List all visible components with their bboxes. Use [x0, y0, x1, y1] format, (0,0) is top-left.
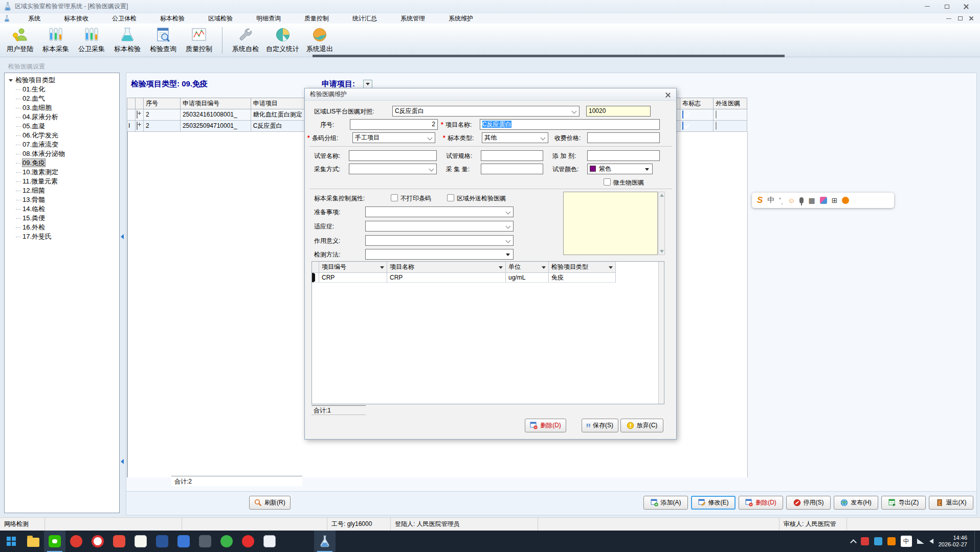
test-query-button[interactable]: 检验查询 [145, 25, 181, 56]
dialog-cancel-button[interactable]: 放弃(C) [620, 419, 663, 432]
taskbar-app-folder[interactable] [23, 531, 44, 552]
exit-button[interactable]: 退出(X) [929, 496, 973, 510]
scroll-down-icon[interactable] [660, 250, 664, 253]
user-login-button[interactable]: 用户登陆 [2, 25, 38, 56]
public-collect-button[interactable]: 公卫采集 [74, 25, 109, 56]
tree-item-03[interactable]: 03.血细胞 [5, 103, 119, 112]
edit-button[interactable]: 修改(E) [691, 496, 736, 510]
remark-textarea[interactable] [563, 192, 658, 255]
menu-detail-query[interactable]: 明细查询 [251, 14, 286, 23]
grid-col-type[interactable]: 检验项目类型 [549, 262, 616, 273]
col-code[interactable]: 申请项目编号 [181, 98, 251, 109]
sample-type-combo[interactable]: 其他 [482, 132, 548, 143]
tree-collapse-icon[interactable] [9, 79, 13, 82]
publish-checkbox[interactable] [682, 110, 683, 119]
taskbar-app-red[interactable] [65, 531, 87, 552]
skin-icon[interactable] [820, 197, 827, 204]
collect-mode-combo[interactable] [349, 164, 437, 174]
start-button[interactable] [0, 531, 23, 552]
maximize-icon[interactable] [937, 1, 956, 12]
mdi-minimize-icon[interactable] [943, 14, 954, 22]
meaning-combo[interactable] [365, 235, 514, 246]
dialog-delete-button[interactable]: 删除(D) [525, 419, 566, 432]
tree-item-13[interactable]: 13.骨髓 [5, 195, 119, 204]
grid-row[interactable]: CRP CRP ug/mL 免疫 [312, 273, 664, 283]
taskbar-app-media[interactable] [87, 531, 108, 552]
lis-code-field[interactable]: 10020 [586, 106, 651, 117]
tree-item-02[interactable]: 02.血气 [5, 94, 119, 103]
emoji-icon[interactable]: ☺ [788, 196, 795, 204]
outsource-checkbox[interactable] [716, 122, 717, 130]
prepare-combo[interactable] [365, 206, 514, 217]
grid-col-unit[interactable]: 单位 [506, 262, 549, 273]
volume-icon[interactable] [929, 539, 933, 544]
tray-icon-blue[interactable] [874, 537, 882, 545]
menu-system-manage[interactable]: 系统管理 [395, 14, 430, 23]
tree-item-05[interactable]: 05.血凝 [5, 122, 119, 131]
taskbar-app-green[interactable] [216, 531, 237, 552]
collect-qty-field[interactable] [481, 164, 543, 174]
microbe-checkbox[interactable] [604, 178, 611, 186]
taskbar-app-notes[interactable] [130, 531, 151, 552]
sample-test-button[interactable]: 标本检验 [109, 25, 145, 56]
tree-item-15[interactable]: 15.粪便 [5, 214, 119, 223]
apply-item-dropdown[interactable] [363, 80, 372, 88]
dialog-save-button[interactable]: 保存(S) [582, 419, 618, 432]
tree-item-04[interactable]: 04.尿液分析 [5, 112, 119, 122]
tube-color-combo[interactable]: 紫色 [587, 164, 653, 174]
tree-item-06[interactable]: 06.化学发光 [5, 131, 119, 140]
splitter-arrow-icon[interactable] [121, 234, 124, 239]
grid-col-name[interactable]: 项目名称 [387, 262, 506, 273]
input-language-badge[interactable]: 中 [901, 536, 912, 547]
no-print-checkbox[interactable] [391, 194, 398, 201]
seq-field[interactable]: 2 [350, 119, 438, 130]
export-button[interactable]: 导出(Z) [881, 496, 926, 510]
expand-icon[interactable] [137, 122, 138, 130]
dialog-title-bar[interactable]: 检验医嘱维护 [305, 88, 676, 101]
tree-item-07[interactable]: 07.血液流变 [5, 140, 119, 149]
indication-combo[interactable] [365, 221, 514, 232]
taskbar-app-mail[interactable] [108, 531, 130, 552]
item-name-field[interactable]: C反应蛋白 [480, 119, 660, 130]
menu-sample-receive[interactable]: 标本接收 [59, 14, 94, 23]
taskbar-app-word[interactable] [151, 531, 173, 552]
tray-icon-red[interactable] [861, 537, 869, 545]
grid-menu-icon[interactable]: ⊞ [832, 196, 838, 204]
network-icon[interactable] [917, 539, 924, 544]
system-exit-button[interactable]: 系统退出 [302, 25, 338, 56]
keyboard-icon[interactable]: ▦ [808, 196, 815, 204]
tree-item-08[interactable]: 08.体液分泌物 [5, 149, 119, 158]
quality-control-button[interactable]: 质量控制 [181, 25, 217, 56]
minimize-icon[interactable] [918, 1, 937, 12]
publish-checkbox[interactable] [682, 122, 683, 130]
add-button[interactable]: 添加(A) [643, 496, 688, 510]
menu-stats-summary[interactable]: 统计汇总 [347, 14, 382, 23]
custom-stats-button[interactable]: 自定义统计 [263, 25, 302, 56]
method-combo[interactable] [365, 249, 514, 260]
tree-item-01[interactable]: 01.生化 [5, 85, 119, 94]
tree-root[interactable]: 检验项目类型 [5, 76, 119, 85]
tray-expand-icon[interactable] [850, 539, 857, 546]
tree-item-17[interactable]: 17.外斐氏 [5, 232, 119, 241]
refresh-button[interactable]: 刷新(R) [249, 496, 291, 510]
tree-item-12[interactable]: 12.细菌 [5, 186, 119, 195]
tree-item-14[interactable]: 14.临检 [5, 204, 119, 214]
taskbar-app-blue[interactable] [173, 531, 194, 552]
input-mode-label[interactable]: 中 [767, 196, 774, 205]
taskbar-app-wechat[interactable] [44, 531, 65, 552]
taskbar-clock[interactable]: 14:46 2026-02-27 [939, 535, 969, 548]
show-desktop-strip[interactable] [974, 531, 977, 552]
tube-name-field[interactable] [349, 150, 437, 161]
taskbar-app-tool[interactable] [259, 531, 280, 552]
mdi-restore-icon[interactable] [954, 14, 966, 22]
taskbar-app-vpn[interactable] [194, 531, 216, 552]
col-publish[interactable]: 布标志 [680, 98, 714, 109]
microphone-icon[interactable] [799, 197, 804, 203]
grid-scrollbar[interactable] [658, 262, 664, 404]
taskbar-app-q[interactable] [237, 531, 259, 552]
menu-region-test[interactable]: 区域检验 [203, 14, 238, 23]
self-check-button[interactable]: 系统自检 [228, 25, 263, 56]
taskbar-app-lab-system[interactable] [314, 531, 336, 552]
tree-item-09-selected[interactable]: 09.免疫 [5, 158, 119, 168]
region-out-checkbox[interactable] [447, 194, 454, 201]
